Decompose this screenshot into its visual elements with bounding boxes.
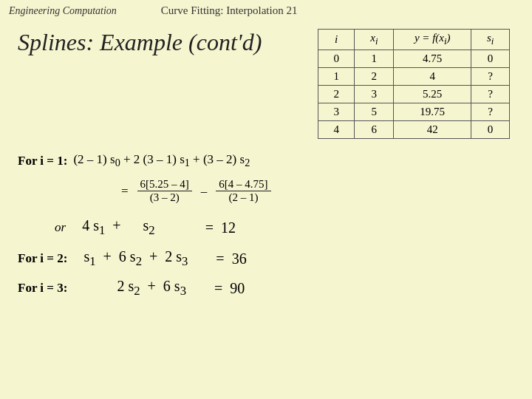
for-i3-result: = 90 <box>214 280 245 297</box>
table-row: 124? <box>318 68 510 86</box>
for-i2-result: = 36 <box>216 250 246 267</box>
frac1-num: 6[5.25 – 4] <box>137 178 192 191</box>
table-cell: 4.75 <box>394 50 471 68</box>
table-cell: 4 <box>394 68 471 86</box>
frac1-den: (3 – 2) <box>147 191 183 204</box>
table-cell: 19.75 <box>394 103 471 121</box>
or-result: = 12 <box>205 219 236 236</box>
table-row: 014.750 <box>318 50 510 68</box>
table-cell: ? <box>471 68 510 86</box>
table-cell: 0 <box>471 121 510 139</box>
app-title: Engineering Computation <box>9 5 117 17</box>
table-cell: 0 <box>318 50 355 68</box>
table-cell: 2 <box>355 68 394 86</box>
col-header-xi: xi <box>355 30 394 50</box>
header: Engineering Computation Curve Fitting: I… <box>0 0 532 21</box>
table-cell: 5.25 <box>394 86 471 103</box>
for-i3-label: For i = 3: <box>18 281 67 296</box>
col-header-si: si <box>471 30 510 50</box>
table-cell: 1 <box>318 68 355 86</box>
for-i2-eq: s1 + 6 s2 + 2 s3 <box>83 248 188 269</box>
formula-i2: For i = 2: s1 + 6 s2 + 2 s3 = 36 <box>18 248 510 269</box>
table-cell: 6 <box>355 121 394 139</box>
formula-i1-frac: = 6[5.25 – 4] (3 – 2) – 6[4 – 4.75] (2 –… <box>77 178 510 204</box>
table-cell: ? <box>471 103 510 121</box>
table-cell: 0 <box>471 50 510 68</box>
frac2: 6[4 – 4.75] (2 – 1) <box>216 178 270 204</box>
table-cell: 3 <box>318 103 355 121</box>
frac2-den: (2 – 1) <box>225 191 261 204</box>
formula-i3: For i = 3: 2 s2 + 6 s3 = 90 <box>18 278 510 299</box>
table-cell: 3 <box>355 86 394 103</box>
table-cell: ? <box>471 86 510 103</box>
section-title: Splines: Example (cont'd) <box>18 29 296 56</box>
for-i3-eq: 2 s2 + 6 s3 <box>83 278 186 299</box>
or-eq: 4 s1 + s2 <box>82 217 155 238</box>
table-row: 3519.75? <box>318 103 510 121</box>
table-row: 235.25? <box>318 86 510 103</box>
or-label: or <box>55 220 66 235</box>
minus-sign: – <box>201 184 208 199</box>
col-header-i: i <box>318 30 355 50</box>
for-i2-label: For i = 2: <box>18 251 67 266</box>
main-content: Splines: Example (cont'd) i xi y = f(xi)… <box>0 21 532 315</box>
top-area: Splines: Example (cont'd) i xi y = f(xi)… <box>18 29 510 139</box>
table-row: 46420 <box>318 121 510 139</box>
table-cell: 5 <box>355 103 394 121</box>
table-cell: 42 <box>394 121 471 139</box>
formula-i1: For i = 1: (2 – 1) s0 + 2 (3 – 1) s1 + (… <box>18 152 510 169</box>
frac1: 6[5.25 – 4] (3 – 2) <box>137 178 192 204</box>
table-cell: 2 <box>318 86 355 103</box>
equals-prefix: = <box>121 184 129 199</box>
table-cell: 4 <box>318 121 355 139</box>
formula-or: or 4 s1 + s2 = 12 <box>55 217 510 238</box>
for-i1-label: For i = 1: <box>18 154 67 168</box>
col-header-y: y = f(xi) <box>394 30 471 50</box>
for-i1-eq: (2 – 1) s0 + 2 (3 – 1) s1 + (3 – 2) s2 <box>73 152 250 169</box>
slide-title: Curve Fitting: Interpolation 21 <box>161 4 298 17</box>
frac2-num: 6[4 – 4.75] <box>216 178 270 191</box>
data-table: i xi y = f(xi) si 014.750124?235.25?3519… <box>318 29 510 139</box>
table-cell: 1 <box>355 50 394 68</box>
section-title-area: Splines: Example (cont'd) <box>18 29 296 65</box>
